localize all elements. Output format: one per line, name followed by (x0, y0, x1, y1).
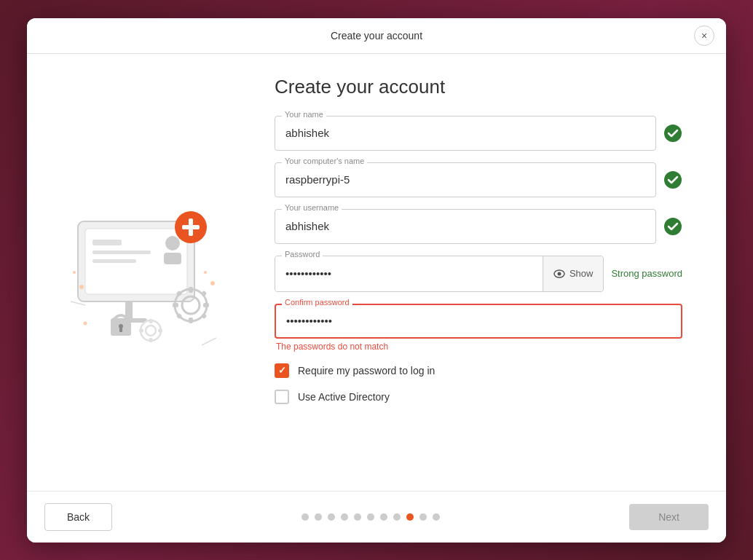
password-row: Show (275, 256, 604, 292)
pagination (301, 513, 440, 521)
svg-rect-11 (182, 225, 200, 229)
show-label: Show (569, 268, 594, 279)
svg-rect-29 (139, 328, 143, 332)
svg-line-37 (202, 338, 216, 345)
computer-name-field-wrapper: Your computer's name (275, 162, 656, 197)
confirm-password-error: The passwords do not match (276, 342, 682, 352)
confirm-password-input[interactable] (275, 304, 682, 339)
name-input[interactable] (275, 116, 656, 151)
svg-rect-19 (173, 303, 178, 307)
svg-point-38 (664, 125, 682, 142)
svg-rect-17 (189, 287, 193, 293)
svg-rect-8 (164, 253, 181, 264)
name-field-wrapper: Your name (275, 116, 656, 151)
svg-rect-28 (149, 338, 153, 342)
confirm-password-wrapper: Confirm password (275, 304, 682, 339)
svg-rect-5 (92, 251, 151, 254)
username-input[interactable] (275, 209, 656, 244)
illustration (49, 178, 238, 367)
name-label: Your name (282, 110, 326, 119)
svg-point-32 (73, 271, 76, 274)
illustration-svg (49, 178, 238, 367)
pagination-dot-3 (328, 513, 335, 521)
confirm-password-field-group: Confirm password The passwords do not ma… (275, 304, 682, 352)
password-field-group: Password Show Strong password (275, 256, 682, 292)
require-password-checkbox[interactable] (275, 363, 289, 378)
active-directory-row[interactable]: Use Active Directory (275, 390, 682, 404)
pagination-dot-7 (380, 513, 387, 521)
require-password-label: Require my password to log in (298, 365, 435, 376)
active-directory-label: Use Active Directory (298, 391, 390, 403)
svg-rect-30 (158, 328, 162, 332)
dialog-footer: Back Next (27, 491, 726, 543)
pagination-dot-4 (341, 513, 348, 521)
close-button[interactable]: × (694, 25, 714, 46)
computer-name-field-group: Your computer's name (275, 162, 682, 197)
password-label: Password (282, 250, 323, 259)
pagination-dot-2 (315, 513, 322, 521)
form-panel: Create your account Your name Your compu… (260, 54, 726, 491)
pagination-dot-1 (301, 513, 309, 521)
username-field-group: Your username (275, 209, 682, 244)
name-valid-icon (663, 124, 682, 143)
pagination-dot-5 (354, 513, 361, 521)
svg-rect-4 (92, 240, 122, 245)
pagination-dot-6 (367, 513, 374, 521)
form-heading: Create your account (275, 76, 682, 98)
svg-rect-27 (149, 319, 153, 323)
dialog-body: Create your account Your name Your compu… (27, 54, 726, 491)
computer-name-input[interactable] (275, 162, 656, 197)
svg-point-31 (79, 285, 84, 289)
eye-icon (553, 269, 565, 278)
svg-point-40 (664, 218, 682, 235)
svg-point-39 (664, 171, 682, 189)
password-input[interactable] (275, 256, 543, 291)
computer-name-label: Your computer's name (282, 157, 367, 165)
dialog-title: Create your account (331, 30, 422, 42)
next-label: Next (658, 511, 679, 523)
show-password-button[interactable]: Show (543, 256, 604, 291)
confirm-password-label: Confirm password (282, 298, 352, 307)
back-label: Back (67, 511, 90, 523)
svg-point-33 (84, 321, 87, 325)
pagination-dot-8 (393, 513, 401, 521)
username-valid-icon (663, 217, 682, 236)
svg-rect-22 (201, 290, 207, 296)
svg-rect-6 (92, 259, 136, 263)
svg-rect-18 (189, 318, 193, 323)
svg-rect-20 (203, 303, 209, 307)
require-password-row[interactable]: Require my password to log in (275, 363, 682, 378)
username-field-wrapper: Your username (275, 209, 656, 244)
dialog: Create your account × (27, 18, 726, 543)
illustration-panel (27, 54, 260, 491)
svg-point-7 (165, 236, 180, 251)
svg-rect-14 (119, 328, 122, 332)
svg-point-34 (204, 271, 207, 274)
username-label: Your username (282, 203, 342, 212)
pagination-dot-9 (406, 513, 414, 521)
pagination-dot-10 (419, 513, 427, 521)
active-directory-checkbox[interactable] (275, 390, 289, 404)
computer-name-valid-icon (663, 170, 682, 189)
back-button[interactable]: Back (44, 503, 112, 531)
name-field-group: Your name (275, 116, 682, 151)
next-button[interactable]: Next (629, 504, 709, 530)
svg-point-25 (141, 320, 161, 341)
svg-point-26 (146, 326, 156, 336)
password-strength-label: Strong password (611, 268, 682, 279)
password-field-wrapper: Password Show (275, 256, 604, 292)
pagination-dot-11 (433, 513, 440, 521)
svg-point-35 (210, 281, 215, 285)
close-icon: × (701, 30, 707, 42)
dialog-header: Create your account × (27, 18, 726, 54)
svg-point-42 (557, 272, 561, 275)
